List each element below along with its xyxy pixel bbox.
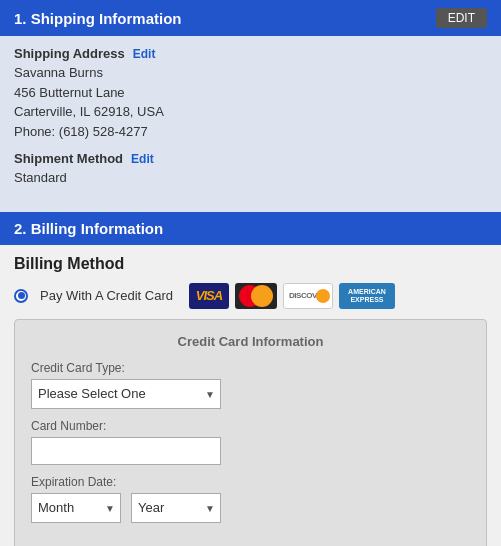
expiration-label: Expiration Date:: [31, 475, 470, 489]
address-city: Carterville, IL 62918, USA: [14, 102, 487, 122]
mc-orange-circle: [251, 285, 273, 307]
shipping-address-block: Shipping Address Edit Savanna Burns 456 …: [14, 46, 487, 141]
cc-type-group: Credit Card Type: Please Select One Visa…: [31, 361, 470, 409]
billing-section: 2. Billing Information Billing Method Pa…: [0, 212, 501, 547]
shipping-address-text: Savanna Burns 456 Butternut Lane Carterv…: [14, 63, 487, 141]
card-number-input[interactable]: [31, 437, 221, 465]
shipping-title: 1. Shipping Information: [14, 10, 182, 27]
shipment-method-title: Shipment Method Edit: [14, 151, 487, 166]
billing-title: 2. Billing Information: [14, 220, 163, 237]
shipment-method-edit-link[interactable]: Edit: [131, 152, 154, 166]
shipping-edit-button[interactable]: EDIT: [436, 8, 487, 28]
discover-logo: DISCOVER: [283, 283, 333, 309]
cc-type-select[interactable]: Please Select One Visa MasterCard Discov…: [31, 379, 221, 409]
visa-logo: VISA: [189, 283, 229, 309]
address-street: 456 Butternut Lane: [14, 83, 487, 103]
shipping-address-edit-link[interactable]: Edit: [133, 47, 156, 61]
pay-label: Pay With A Credit Card: [40, 288, 173, 303]
month-group: Month 01 02 03 04 05 06 07 08 09 10: [31, 493, 121, 523]
mastercard-logo: [235, 283, 277, 309]
billing-method-heading: Billing Method: [14, 255, 487, 273]
payment-method-row: Pay With A Credit Card VISA DISCOVER: [14, 283, 487, 309]
discover-dot: [316, 289, 330, 303]
shipping-address-title: Shipping Address Edit: [14, 46, 487, 61]
shipment-method-block: Shipment Method Edit Standard: [14, 151, 487, 188]
card-number-label: Card Number:: [31, 419, 470, 433]
credit-card-radio[interactable]: [14, 289, 28, 303]
amex-text2: EXPRESS: [350, 296, 383, 303]
card-number-group: Card Number:: [31, 419, 470, 465]
shipping-section: 1. Shipping Information EDIT Shipping Ad…: [0, 0, 501, 212]
shipping-body: Shipping Address Edit Savanna Burns 456 …: [0, 36, 501, 212]
amex-text1: AMERICAN: [348, 288, 386, 295]
year-select-wrapper: Year 2024 2025 2026 2027 2028 2029 2030 …: [131, 493, 221, 523]
billing-body: Billing Method Pay With A Credit Card VI…: [0, 245, 501, 547]
expiration-group: Expiration Date: Month 01 02 03 04 05 06: [31, 475, 470, 523]
shipment-method-value: Standard: [14, 168, 487, 188]
billing-header: 2. Billing Information: [0, 212, 501, 245]
address-phone: Phone: (618) 528-4277: [14, 122, 487, 142]
year-select[interactable]: Year 2024 2025 2026 2027 2028 2029 2030: [131, 493, 221, 523]
address-name: Savanna Burns: [14, 63, 487, 83]
shipping-header: 1. Shipping Information EDIT: [0, 0, 501, 36]
amex-logo: AMERICAN EXPRESS: [339, 283, 395, 309]
cc-type-label: Credit Card Type:: [31, 361, 470, 375]
expiry-row: Month 01 02 03 04 05 06 07 08 09 10: [31, 493, 470, 523]
cc-section-title: Credit Card Information: [31, 334, 470, 349]
card-logos: VISA DISCOVER AMERICAN EXPRESS: [189, 283, 395, 309]
cc-info-box: Credit Card Information Credit Card Type…: [14, 319, 487, 547]
month-select-wrapper: Month 01 02 03 04 05 06 07 08 09 10: [31, 493, 121, 523]
month-select[interactable]: Month 01 02 03 04 05 06 07 08 09 10: [31, 493, 121, 523]
cc-type-select-wrapper: Please Select One Visa MasterCard Discov…: [31, 379, 221, 409]
year-group: Year 2024 2025 2026 2027 2028 2029 2030 …: [131, 493, 221, 523]
